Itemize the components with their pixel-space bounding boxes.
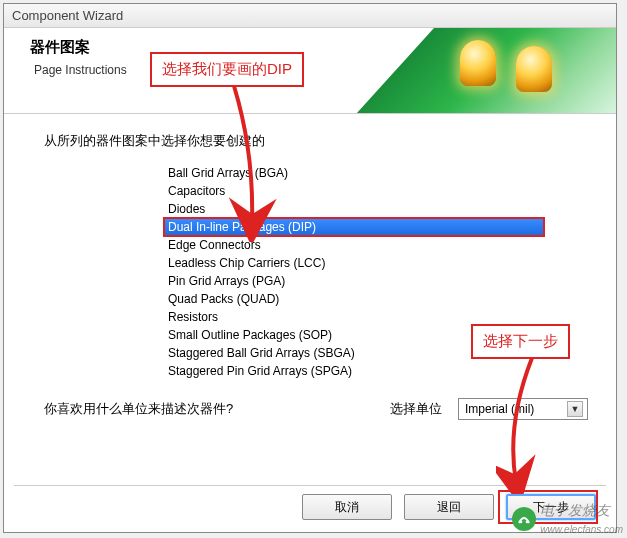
led-icon [516,46,552,92]
separator [14,485,606,486]
cancel-button[interactable]: 取消 [302,494,392,520]
list-item[interactable]: Ball Grid Arrays (BGA) [164,164,544,182]
unit-select[interactable]: Imperial (mil) ▼ [458,398,588,420]
wizard-header: 器件图案 Page Instructions [4,28,616,114]
next-button[interactable]: 下一步 [506,494,596,520]
window-title: Component Wizard [12,8,123,23]
pattern-prompt: 从所列的器件图案中选择你想要创建的 [44,132,588,150]
unit-label: 选择单位 [390,400,442,418]
page-title: 器件图案 [30,38,127,57]
button-bar: 取消 退回 下一步 [302,494,596,520]
cancel-button-label: 取消 [335,499,359,516]
list-item[interactable]: Staggered Pin Grid Arrays (SPGA) [164,362,544,380]
wizard-content: 从所列的器件图案中选择你想要创建的 Ball Grid Arrays (BGA)… [4,114,616,430]
led-icon [460,40,496,86]
back-button[interactable]: 退回 [404,494,494,520]
back-button-label: 退回 [437,499,461,516]
chevron-down-icon[interactable]: ▼ [567,401,583,417]
page-subtitle: Page Instructions [34,63,127,77]
unit-select-value: Imperial (mil) [465,402,534,416]
annotation-callout-dip: 选择我们要画的DIP [150,52,304,87]
list-item[interactable]: Dual In-line Packages (DIP) [164,218,544,236]
list-item[interactable]: Capacitors [164,182,544,200]
list-item[interactable]: Diodes [164,200,544,218]
titlebar: Component Wizard [4,4,616,28]
next-button-label: 下一步 [533,499,569,516]
header-graphic [356,28,616,114]
annotation-callout-next: 选择下一步 [471,324,570,359]
list-item[interactable]: Pin Grid Arrays (PGA) [164,272,544,290]
wizard-window: Component Wizard 器件图案 Page Instructions … [3,3,617,533]
list-item[interactable]: Leadless Chip Carriers (LCC) [164,254,544,272]
list-item[interactable]: Quad Packs (QUAD) [164,290,544,308]
list-item[interactable]: Edge Connectors [164,236,544,254]
unit-prompt: 你喜欢用什么单位来描述次器件? [44,400,233,418]
